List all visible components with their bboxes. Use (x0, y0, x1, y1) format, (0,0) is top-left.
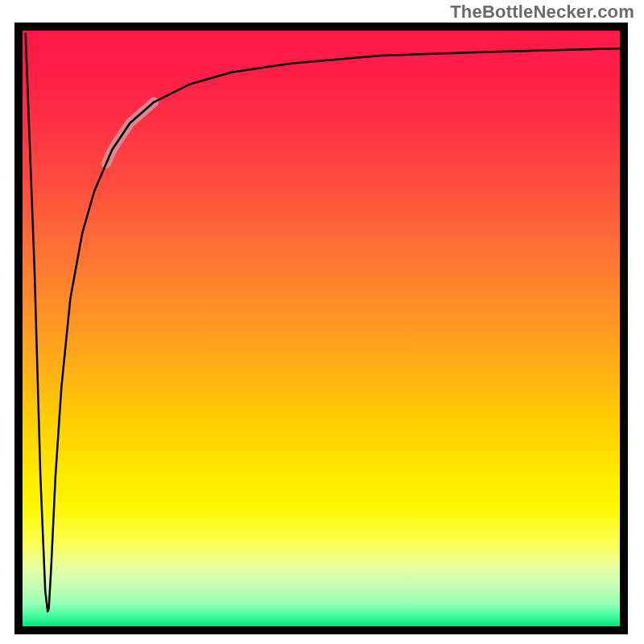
curve-highlight-segment (106, 102, 154, 163)
chart-plot-area (23, 31, 620, 626)
attribution-text: TheBottleNecker.com (450, 2, 634, 23)
chart-curve-svg (23, 31, 620, 626)
bottleneck-curve (26, 34, 620, 612)
chart-frame (14, 23, 628, 634)
